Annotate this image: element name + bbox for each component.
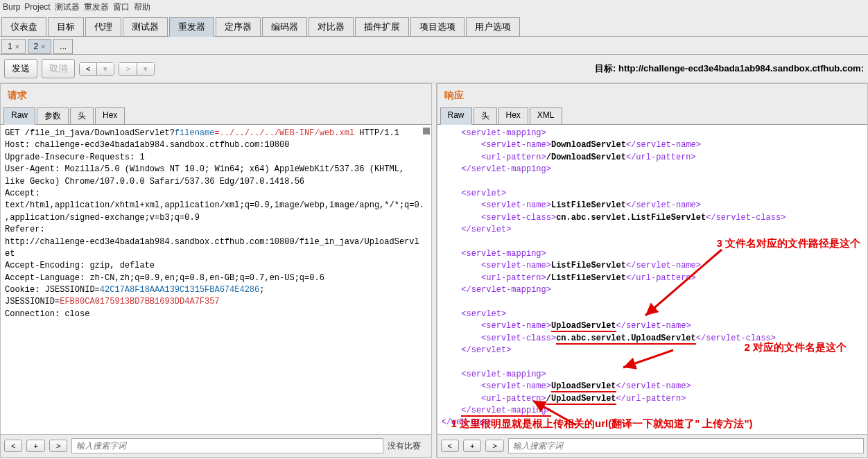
response-search-input[interactable] — [508, 438, 864, 453]
xml-line: <servlet-name>DownloadServlet</servlet-n… — [442, 139, 864, 151]
request-tab-头[interactable]: 头 — [70, 107, 94, 125]
xml-line — [442, 236, 864, 248]
search-add-button[interactable]: + — [463, 440, 481, 452]
action-bar: 发送 取消 < ▾ > ▾ 目标: http://challenge-ecd3e… — [0, 55, 868, 83]
top-tab-重发器[interactable]: 重发器 — [169, 17, 214, 37]
response-tab-XML[interactable]: XML — [530, 107, 562, 125]
request-body[interactable]: GET /file_in_java/DownloadServlet?filena… — [1, 125, 431, 434]
response-tabs: Raw头HexXML — [437, 105, 868, 125]
sub-tab[interactable]: ... — [53, 39, 73, 54]
response-title: 响应 — [437, 84, 868, 105]
top-tab-目标[interactable]: 目标 — [48, 17, 84, 37]
top-tab-插件扩展[interactable]: 插件扩展 — [355, 17, 409, 37]
xml-line: <servlet-class>cn.abc.servlet.ListFileSe… — [442, 212, 864, 224]
top-tabs: 仪表盘目标代理测试器重发器定序器编码器对比器插件扩展项目选项用户选项 — [0, 15, 868, 37]
sub-tab[interactable]: 1× — [1, 39, 26, 54]
xml-line: </servlet> — [442, 345, 864, 356]
xml-line: <servlet-mapping> — [442, 369, 864, 381]
xml-line: <servlet-name>UploadServlet</servlet-nam… — [442, 381, 864, 392]
menu-item[interactable]: 测试器 — [55, 2, 80, 12]
request-tab-Hex[interactable]: Hex — [95, 107, 125, 125]
xml-line: </servlet> — [442, 224, 864, 236]
menu-item[interactable]: 窗口 — [113, 2, 130, 12]
xml-line — [442, 296, 864, 308]
sub-tabs: 1×2×... — [0, 37, 868, 55]
menu-item[interactable]: Burp — [3, 2, 20, 12]
send-button[interactable]: 发送 — [4, 59, 37, 78]
top-tab-用户选项[interactable]: 用户选项 — [466, 17, 520, 37]
top-tab-仪表盘[interactable]: 仪表盘 — [1, 17, 46, 37]
request-footer: < + > 没有比赛 — [1, 434, 431, 457]
target-label: 目标: http://challenge-ecd3e4bada1ab984.sa… — [595, 62, 864, 75]
request-tabs: Raw参数头Hex — [1, 105, 431, 125]
cancel-button[interactable]: 取消 — [42, 59, 75, 78]
response-pane: 响应 Raw头HexXML <servlet-mapping> <servlet… — [437, 83, 869, 458]
search-prev-button[interactable]: < — [4, 440, 22, 452]
response-tab-Raw[interactable]: Raw — [440, 107, 472, 125]
nav-fwd-button[interactable]: > — [119, 63, 137, 75]
response-tab-头[interactable]: 头 — [474, 107, 497, 125]
xml-line: <servlet-name>UploadServlet</servlet-nam… — [442, 320, 864, 332]
xml-line: <servlet-mapping> — [442, 128, 864, 139]
xml-line — [442, 176, 864, 188]
request-title: 请求 — [1, 84, 431, 105]
top-tab-代理[interactable]: 代理 — [85, 17, 121, 37]
xml-line: <url-pattern>/UploadServlet</url-pattern… — [442, 393, 864, 405]
search-add-button[interactable]: + — [26, 440, 44, 452]
xml-line: </servlet-mapping> — [442, 284, 864, 296]
search-prev-button[interactable]: < — [441, 440, 459, 452]
request-pane: 请求 Raw参数头Hex GET /file_in_java/DownloadS… — [0, 83, 431, 458]
xml-line: </servlet-mapping> — [442, 405, 864, 417]
top-tab-测试器[interactable]: 测试器 — [123, 17, 168, 37]
pane-divider[interactable] — [431, 83, 437, 458]
request-tab-参数[interactable]: 参数 — [37, 107, 69, 125]
top-tab-对比器[interactable]: 对比器 — [309, 17, 354, 37]
response-tab-Hex[interactable]: Hex — [498, 107, 528, 125]
xml-line — [442, 356, 864, 368]
request-tab-Raw[interactable]: Raw — [3, 107, 35, 125]
close-icon[interactable]: × — [41, 43, 45, 51]
xml-line: </servlet-mapping> — [442, 164, 864, 175]
search-next-button[interactable]: > — [49, 440, 67, 452]
xml-line: <servlet-name>ListFileServlet</servlet-n… — [442, 200, 864, 211]
xml-line: <url-pattern>/ListFileServlet</url-patte… — [442, 272, 864, 284]
request-search-input[interactable] — [71, 438, 383, 453]
top-tab-定序器[interactable]: 定序器 — [216, 17, 261, 37]
nav-back-dropdown[interactable]: ▾ — [97, 63, 114, 75]
xml-line: </web-app> — [442, 417, 864, 428]
search-next-button[interactable]: > — [485, 440, 503, 452]
nav-back-button[interactable]: < — [80, 63, 97, 75]
xml-line: <servlet-name>ListFileServlet</servlet-n… — [442, 260, 864, 272]
xml-line: <servlet-class>cn.abc.servlet.UploadServ… — [442, 333, 864, 345]
top-tab-编码器[interactable]: 编码器 — [262, 17, 307, 37]
xml-line: <servlet> — [442, 188, 864, 200]
close-icon[interactable]: × — [15, 43, 19, 51]
nav-fwd-dropdown[interactable]: ▾ — [137, 63, 154, 75]
menu-item[interactable]: 帮助 — [134, 2, 150, 12]
xml-line: <servlet-mapping> — [442, 248, 864, 260]
xml-line: <servlet> — [442, 309, 864, 320]
menu-item[interactable]: Project — [24, 2, 50, 12]
request-search-status: 没有比赛 — [388, 440, 421, 452]
sub-tab[interactable]: 2× — [28, 39, 52, 54]
menu-bar: BurpProject测试器重发器窗口帮助 — [0, 0, 868, 15]
menu-item[interactable]: 重发器 — [84, 2, 109, 12]
response-body[interactable]: <servlet-mapping> <servlet-name>Download… — [437, 125, 868, 434]
response-footer: < + > — [437, 434, 868, 457]
xml-line: <url-pattern>/DownloadServlet</url-patte… — [442, 152, 864, 164]
scroll-indicator — [423, 128, 430, 135]
top-tab-项目选项[interactable]: 项目选项 — [410, 17, 465, 37]
